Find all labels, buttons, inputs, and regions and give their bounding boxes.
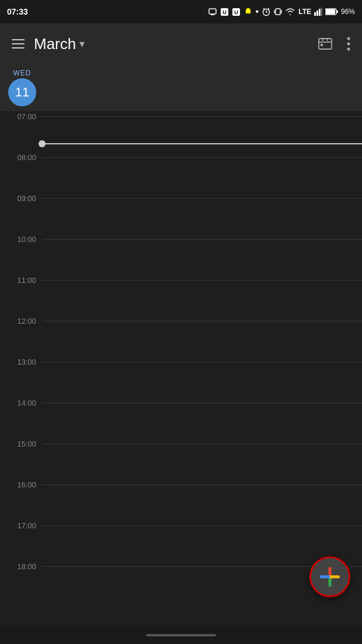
current-time-dot xyxy=(39,140,46,147)
vibrate-icon xyxy=(274,7,282,16)
day-badge[interactable]: WED 11 xyxy=(8,69,36,106)
bottom-bar xyxy=(0,626,362,644)
svg-point-28 xyxy=(347,48,350,51)
svg-rect-20 xyxy=(336,11,338,13)
toolbar-actions xyxy=(314,33,354,55)
time-row: 14:00 xyxy=(0,397,362,438)
toolbar-title-area[interactable]: March ▾ xyxy=(34,35,308,53)
time-divider-1000 xyxy=(42,239,362,240)
time-divider-1600 xyxy=(42,484,362,485)
uber-icon2: U xyxy=(232,8,241,16)
notification-icon xyxy=(208,7,217,16)
svg-rect-14 xyxy=(314,12,316,16)
lte-label: LTE xyxy=(298,8,311,16)
time-row: 17:00 xyxy=(0,520,362,561)
time-label-0700: 07:00 xyxy=(0,111,42,121)
svg-point-26 xyxy=(347,37,350,40)
current-time-line xyxy=(46,143,362,144)
time-row: 11:00 xyxy=(0,275,362,316)
time-divider-0700 xyxy=(42,116,362,117)
svg-rect-25 xyxy=(321,44,323,46)
battery-icon xyxy=(325,8,338,15)
fab-container xyxy=(309,556,350,597)
time-row: 10:00 xyxy=(0,234,362,275)
month-title: March xyxy=(34,35,76,53)
time-label-1400: 14:00 xyxy=(0,397,42,407)
svg-text:U: U xyxy=(234,9,238,15)
time-divider-1400 xyxy=(42,403,362,403)
dot-icon: • xyxy=(256,6,259,17)
time-label-1100: 11:00 xyxy=(0,275,42,285)
time-row: 18:00 xyxy=(0,561,362,602)
time-label-0900: 09:00 xyxy=(0,193,42,203)
svg-rect-19 xyxy=(326,9,335,14)
time-row: 12:00 xyxy=(0,316,362,356)
svg-rect-21 xyxy=(319,39,332,49)
svg-line-9 xyxy=(263,8,264,9)
svg-line-10 xyxy=(268,8,269,9)
status-right-icons: U U • LTE 96% xyxy=(208,6,355,17)
menu-line-1 xyxy=(12,39,25,40)
more-options-button[interactable] xyxy=(343,33,354,55)
status-bar: 07:33 U U • LTE 96% xyxy=(0,0,362,23)
time-divider-1200 xyxy=(42,321,362,321)
time-label-1300: 13:00 xyxy=(0,356,42,366)
alarm-icon xyxy=(262,7,271,16)
time-label-1600: 16:00 xyxy=(0,479,42,489)
time-row: 16:00 xyxy=(0,479,362,520)
menu-button[interactable] xyxy=(8,36,28,52)
time-label-0800: 08:00 xyxy=(0,152,42,162)
svg-point-27 xyxy=(347,43,350,46)
time-divider-0900 xyxy=(42,198,362,199)
wifi-icon xyxy=(285,8,295,16)
time-divider-1700 xyxy=(42,525,362,526)
calendar-body[interactable]: 07:00 08:00 09:00 10:00 11:00 12:00 13:0… xyxy=(0,111,362,626)
svg-rect-17 xyxy=(321,8,322,16)
time-label-1700: 17:00 xyxy=(0,520,42,530)
plus-icon xyxy=(320,567,340,587)
time-label-1200: 12:00 xyxy=(0,316,42,326)
chevron-down-icon: ▾ xyxy=(79,37,85,50)
toolbar: March ▾ xyxy=(0,23,362,64)
current-time-indicator xyxy=(42,140,362,147)
menu-line-2 xyxy=(12,43,25,44)
plus-horizontal-bar xyxy=(320,576,340,579)
time-label-1500: 15:00 xyxy=(0,438,42,448)
calendar-view-button[interactable] xyxy=(314,33,336,55)
svg-rect-0 xyxy=(209,9,216,14)
svg-rect-11 xyxy=(276,9,280,15)
day-of-week-label: WED xyxy=(13,69,32,77)
time-row: 13:00 xyxy=(0,356,362,397)
signal-icon xyxy=(314,8,322,16)
battery-percent: 96% xyxy=(341,8,355,16)
time-divider-1100 xyxy=(42,280,362,281)
day-number-badge: 11 xyxy=(8,78,36,106)
home-indicator[interactable] xyxy=(146,634,216,636)
status-time: 07:33 xyxy=(7,7,28,16)
time-divider-1300 xyxy=(42,362,362,362)
time-row: 15:00 xyxy=(0,438,362,479)
ubercab-icon: U xyxy=(220,8,229,16)
svg-rect-1 xyxy=(211,14,214,15)
add-event-button[interactable] xyxy=(309,556,350,597)
time-divider-0800 xyxy=(42,157,362,158)
svg-rect-16 xyxy=(319,9,321,16)
time-label-1000: 10:00 xyxy=(0,234,42,244)
time-label-1800: 18:00 xyxy=(0,561,42,571)
menu-line-3 xyxy=(12,47,25,49)
svg-text:U: U xyxy=(222,9,227,15)
time-row: 09:00 xyxy=(0,193,362,234)
snapchat-icon xyxy=(243,7,253,16)
day-header: WED 11 xyxy=(0,64,362,111)
svg-rect-15 xyxy=(316,11,318,16)
time-divider-1500 xyxy=(42,444,362,444)
time-row: 08:00 xyxy=(0,152,362,193)
